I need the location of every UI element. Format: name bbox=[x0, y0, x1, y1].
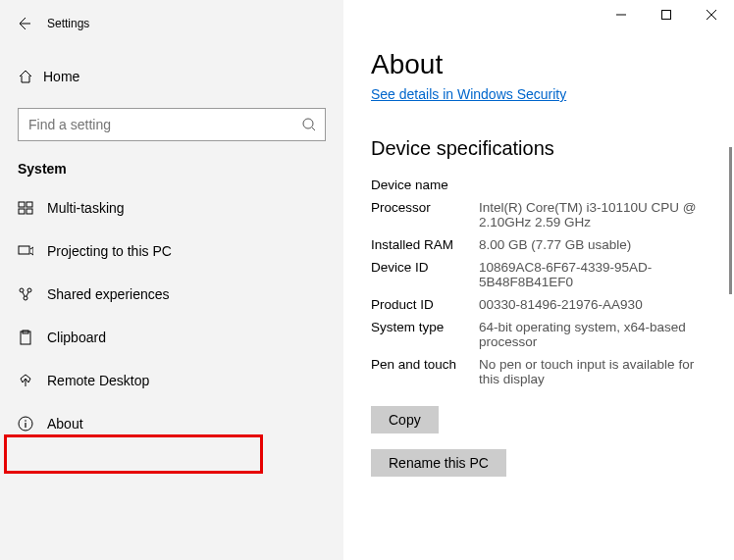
svg-rect-3 bbox=[19, 209, 25, 214]
app-title: Settings bbox=[47, 17, 89, 30]
svg-rect-1 bbox=[19, 202, 25, 207]
nav-label: Shared experiences bbox=[47, 286, 170, 302]
titlebar: Settings bbox=[0, 8, 343, 39]
minimize-icon bbox=[616, 10, 626, 20]
multitasking-icon bbox=[18, 200, 33, 216]
maximize-button[interactable] bbox=[644, 0, 689, 29]
info-icon bbox=[18, 416, 33, 432]
nav-home[interactable]: Home bbox=[0, 57, 343, 96]
spec-value: Intel(R) Core(TM) i3-10110U CPU @ 2.10GH… bbox=[479, 200, 734, 229]
spec-value: No pen or touch input is available for t… bbox=[479, 357, 734, 386]
scrollbar-thumb[interactable] bbox=[729, 147, 732, 294]
arrow-left-icon bbox=[16, 16, 31, 31]
search-icon bbox=[301, 117, 317, 132]
home-icon bbox=[18, 69, 33, 84]
svg-point-7 bbox=[27, 288, 31, 292]
nav-label: Remote Desktop bbox=[47, 373, 149, 388]
nav-projecting[interactable]: Projecting to this PC bbox=[0, 229, 343, 273]
shared-icon bbox=[18, 286, 33, 302]
nav-about[interactable]: About bbox=[0, 402, 343, 445]
nav-multitasking[interactable]: Multi-tasking bbox=[0, 186, 343, 229]
nav-home-label: Home bbox=[43, 69, 79, 84]
nav-label: Multi-tasking bbox=[47, 200, 125, 216]
close-button[interactable] bbox=[689, 0, 734, 29]
maximize-icon bbox=[661, 10, 671, 20]
copy-button[interactable]: Copy bbox=[371, 406, 439, 433]
nav-label: Clipboard bbox=[47, 330, 106, 345]
close-icon bbox=[707, 10, 716, 20]
device-spec-header: Device specifications bbox=[371, 137, 734, 160]
spec-value: 00330-81496-21976-AA930 bbox=[479, 297, 734, 312]
search-input[interactable] bbox=[28, 117, 301, 132]
clipboard-icon bbox=[18, 330, 33, 345]
minimize-button[interactable] bbox=[599, 0, 644, 29]
spec-label: Processor bbox=[371, 200, 479, 229]
page-title: About bbox=[371, 49, 734, 80]
svg-point-8 bbox=[24, 296, 27, 300]
spec-label: Product ID bbox=[371, 297, 479, 312]
remote-desktop-icon bbox=[18, 373, 33, 388]
spec-row-ram: Installed RAM 8.00 GB (7.77 GB usable) bbox=[371, 233, 734, 256]
spec-row-pen-touch: Pen and touch No pen or touch input is a… bbox=[371, 353, 734, 390]
svg-point-6 bbox=[20, 288, 24, 292]
spec-label: Pen and touch bbox=[371, 357, 479, 386]
spec-row-processor: Processor Intel(R) Core(TM) i3-10110U CP… bbox=[371, 196, 734, 233]
back-button[interactable] bbox=[8, 8, 39, 39]
spec-label: System type bbox=[371, 320, 479, 349]
nav-shared-experiences[interactable]: Shared experiences bbox=[0, 273, 343, 316]
windows-security-link[interactable]: See details in Windows Security bbox=[371, 86, 566, 102]
window-controls bbox=[599, 0, 734, 29]
svg-rect-13 bbox=[662, 11, 671, 20]
spec-value: 8.00 GB (7.77 GB usable) bbox=[479, 237, 734, 252]
left-pane: Settings Home System Multi-tasking Proje… bbox=[0, 0, 343, 560]
right-pane: About See details in Windows Security De… bbox=[343, 0, 734, 560]
svg-rect-2 bbox=[26, 202, 32, 207]
spec-row-device-id: Device ID 10869AC8-6F67-4339-95AD-5B48F8… bbox=[371, 256, 734, 293]
svg-rect-4 bbox=[26, 209, 32, 214]
nav-label: About bbox=[47, 416, 83, 432]
projecting-icon bbox=[18, 243, 33, 259]
spec-label: Installed RAM bbox=[371, 237, 479, 252]
spec-row-device-name: Device name bbox=[371, 174, 734, 196]
spec-value bbox=[479, 178, 734, 192]
section-header: System bbox=[0, 141, 343, 186]
svg-rect-5 bbox=[19, 246, 29, 254]
spec-label: Device ID bbox=[371, 260, 479, 289]
svg-point-0 bbox=[303, 119, 313, 128]
spec-label: Device name bbox=[371, 178, 479, 192]
spec-value: 10869AC8-6F67-4339-95AD-5B48F8B41EF0 bbox=[479, 260, 734, 289]
svg-point-12 bbox=[25, 420, 26, 422]
spec-value: 64-bit operating system, x64-based proce… bbox=[479, 320, 734, 349]
nav-remote-desktop[interactable]: Remote Desktop bbox=[0, 359, 343, 402]
search-box[interactable] bbox=[18, 108, 326, 141]
spec-row-product-id: Product ID 00330-81496-21976-AA930 bbox=[371, 293, 734, 316]
nav-label: Projecting to this PC bbox=[47, 243, 172, 259]
spec-row-system-type: System type 64-bit operating system, x64… bbox=[371, 316, 734, 353]
rename-pc-button[interactable]: Rename this PC bbox=[371, 449, 506, 477]
nav-clipboard[interactable]: Clipboard bbox=[0, 316, 343, 359]
